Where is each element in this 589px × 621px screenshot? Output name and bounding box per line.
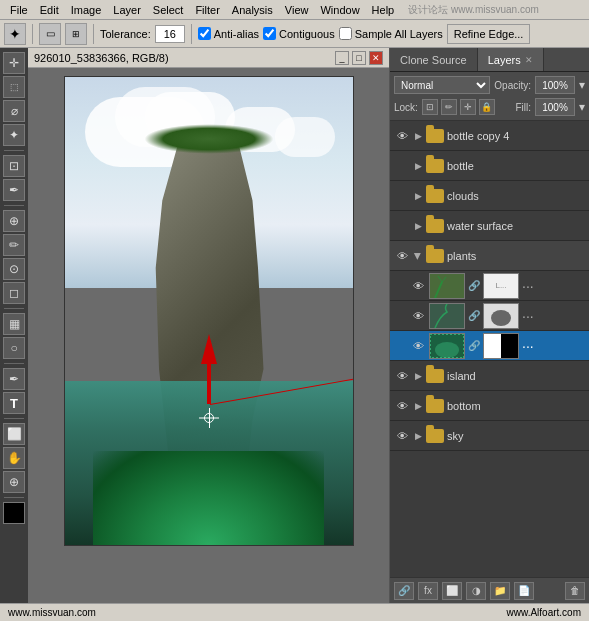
lock-transparent-icon[interactable]: ⊡ bbox=[422, 99, 438, 115]
menu-select[interactable]: Select bbox=[147, 3, 190, 17]
spot-heal-tool[interactable]: ⊕ bbox=[3, 210, 25, 232]
layer-plant-sub1[interactable]: 👁 🔗 L... ··· bbox=[390, 271, 589, 301]
eyedropper-tool[interactable]: ✒ bbox=[3, 179, 25, 201]
foreground-color[interactable] bbox=[3, 502, 25, 524]
eye-icon-plants[interactable]: 👁 bbox=[394, 248, 410, 264]
folder-icon-bottle bbox=[426, 159, 444, 173]
maximize-button[interactable]: □ bbox=[352, 51, 366, 65]
expand-arrow-island[interactable]: ▶ bbox=[413, 371, 423, 381]
expand-arrow-bottle-copy4[interactable]: ▶ bbox=[413, 131, 423, 141]
layers-controls: Normal Opacity: ▾ Lock: ⊡ ✏ ✛ 🔒 Fill: ▾ bbox=[390, 72, 589, 121]
magic-wand-tool[interactable]: ✦ bbox=[4, 23, 26, 45]
layer-options-plant-sub1[interactable]: ··· bbox=[522, 278, 534, 294]
menu-filter[interactable]: Filter bbox=[189, 3, 225, 17]
hand-tool[interactable]: ✋ bbox=[3, 447, 25, 469]
layer-plant-sub2[interactable]: 👁 🔗 ··· bbox=[390, 301, 589, 331]
layer-island-active[interactable]: 👁 🔗 ··· bbox=[390, 331, 589, 361]
layer-island-group[interactable]: 👁 ▶ island bbox=[390, 361, 589, 391]
eye-icon-plant-sub2[interactable]: 👁 bbox=[410, 308, 426, 324]
add-mask-button[interactable]: ⬜ bbox=[442, 582, 462, 600]
clone-source-tab[interactable]: Clone Source bbox=[390, 48, 478, 71]
clone-tool[interactable]: ⊙ bbox=[3, 258, 25, 280]
dodge-tool[interactable]: ○ bbox=[3, 337, 25, 359]
brush-tool[interactable]: ✏ bbox=[3, 234, 25, 256]
contiguous-checkbox[interactable] bbox=[263, 27, 276, 40]
arrow-shaft bbox=[207, 364, 211, 404]
eye-icon-sky[interactable]: 👁 bbox=[394, 428, 410, 444]
shape-tool[interactable]: ⬜ bbox=[3, 423, 25, 445]
expand-arrow-sky[interactable]: ▶ bbox=[413, 431, 423, 441]
anti-alias-label: Anti-alias bbox=[214, 28, 259, 40]
lock-paint-icon[interactable]: ✏ bbox=[441, 99, 457, 115]
menu-view[interactable]: View bbox=[279, 3, 315, 17]
eraser-tool[interactable]: ◻ bbox=[3, 282, 25, 304]
opacity-label: Opacity: bbox=[494, 80, 531, 91]
magic-wand[interactable]: ✦ bbox=[3, 124, 25, 146]
sample-all-checkbox[interactable] bbox=[339, 27, 352, 40]
move-tool[interactable]: ✛ bbox=[3, 52, 25, 74]
fill-input[interactable] bbox=[535, 98, 575, 116]
gradient-tool[interactable]: ▦ bbox=[3, 313, 25, 335]
new-adjustment-button[interactable]: ◑ bbox=[466, 582, 486, 600]
menu-file[interactable]: File bbox=[4, 3, 34, 17]
layer-name-island: island bbox=[447, 370, 585, 382]
menu-layer[interactable]: Layer bbox=[107, 3, 147, 17]
menu-image[interactable]: Image bbox=[65, 3, 108, 17]
eye-icon-plant-sub1[interactable]: 👁 bbox=[410, 278, 426, 294]
layer-water-surface[interactable]: 👁 ▶ water surface bbox=[390, 211, 589, 241]
crosshair-icon bbox=[199, 408, 219, 428]
link-icon-plant-sub2: 🔗 bbox=[468, 303, 480, 329]
selection-add[interactable]: ⊞ bbox=[65, 23, 87, 45]
expand-arrow-water[interactable]: ▶ bbox=[413, 221, 423, 231]
opacity-input[interactable] bbox=[535, 76, 575, 94]
lock-all-icon[interactable]: 🔒 bbox=[479, 99, 495, 115]
tolerance-input[interactable] bbox=[155, 25, 185, 43]
link-layers-button[interactable]: 🔗 bbox=[394, 582, 414, 600]
layer-clouds[interactable]: 👁 ▶ clouds bbox=[390, 181, 589, 211]
zoom-tool[interactable]: ⊕ bbox=[3, 471, 25, 493]
blend-mode-select[interactable]: Normal bbox=[394, 76, 490, 94]
selection-rect[interactable]: ▭ bbox=[39, 23, 61, 45]
canvas-content bbox=[28, 68, 389, 603]
lasso-tool[interactable]: ⌀ bbox=[3, 100, 25, 122]
delete-layer-button[interactable]: 🗑 bbox=[565, 582, 585, 600]
lock-position-icon[interactable]: ✛ bbox=[460, 99, 476, 115]
layer-bottle[interactable]: 👁 ▶ bottle bbox=[390, 151, 589, 181]
expand-arrow-plants[interactable]: ▶ bbox=[413, 251, 423, 261]
layer-bottom-group[interactable]: 👁 ▶ bottom bbox=[390, 391, 589, 421]
layer-options-island-active[interactable]: ··· bbox=[522, 338, 534, 354]
add-style-button[interactable]: fx bbox=[418, 582, 438, 600]
expand-arrow-bottom[interactable]: ▶ bbox=[413, 401, 423, 411]
layer-plants-group[interactable]: 👁 ▶ plants bbox=[390, 241, 589, 271]
select-tool[interactable]: ⬚ bbox=[3, 76, 25, 98]
opacity-arrow[interactable]: ▾ bbox=[579, 78, 585, 92]
menu-help[interactable]: Help bbox=[366, 3, 401, 17]
eye-icon-island-active[interactable]: 👁 bbox=[410, 338, 426, 354]
menu-edit[interactable]: Edit bbox=[34, 3, 65, 17]
menu-window[interactable]: Window bbox=[314, 3, 365, 17]
expand-arrow-bottle[interactable]: ▶ bbox=[413, 161, 423, 171]
expand-arrow-clouds[interactable]: ▶ bbox=[413, 191, 423, 201]
anti-alias-checkbox[interactable] bbox=[198, 27, 211, 40]
layers-tab-close[interactable]: ✕ bbox=[525, 55, 533, 65]
fill-label: Fill: bbox=[515, 102, 531, 113]
new-group-button[interactable]: 📁 bbox=[490, 582, 510, 600]
close-button[interactable]: ✕ bbox=[369, 51, 383, 65]
layer-options-plant-sub2[interactable]: ··· bbox=[522, 308, 534, 324]
crop-tool[interactable]: ⊡ bbox=[3, 155, 25, 177]
eye-icon-bottle-copy4[interactable]: 👁 bbox=[394, 128, 410, 144]
eye-icon-bottom[interactable]: 👁 bbox=[394, 398, 410, 414]
new-layer-button[interactable]: 📄 bbox=[514, 582, 534, 600]
layer-sky-group[interactable]: 👁 ▶ sky bbox=[390, 421, 589, 451]
fill-arrow[interactable]: ▾ bbox=[579, 100, 585, 114]
layer-bottle-copy4[interactable]: 👁 ▶ bottle copy 4 bbox=[390, 121, 589, 151]
lock-icons: ⊡ ✏ ✛ 🔒 bbox=[422, 99, 495, 115]
text-tool[interactable]: T bbox=[3, 392, 25, 414]
minimize-button[interactable]: _ bbox=[335, 51, 349, 65]
refine-edge-button[interactable]: Refine Edge... bbox=[447, 24, 531, 44]
eye-icon-island[interactable]: 👁 bbox=[394, 368, 410, 384]
layers-tab[interactable]: Layers ✕ bbox=[478, 48, 544, 71]
layer-mask-plant-sub1: L... bbox=[483, 273, 519, 299]
pen-tool[interactable]: ✒ bbox=[3, 368, 25, 390]
menu-analysis[interactable]: Analysis bbox=[226, 3, 279, 17]
